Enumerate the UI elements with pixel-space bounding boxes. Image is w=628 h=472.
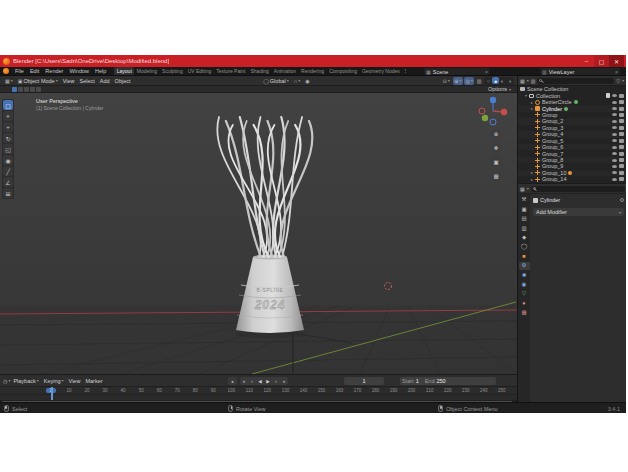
workspace-tab[interactable]: Sculpting bbox=[160, 67, 186, 75]
disable-in-renders-icon[interactable] bbox=[619, 139, 624, 143]
hide-in-viewport-icon[interactable] bbox=[612, 107, 617, 110]
shading-wireframe-button[interactable]: ○ bbox=[485, 77, 492, 84]
properties-tab[interactable]: ▥ bbox=[519, 224, 530, 232]
tool-button[interactable]: ⊞ bbox=[3, 188, 13, 198]
disable-in-renders-icon[interactable] bbox=[619, 145, 624, 149]
hide-in-viewport-icon[interactable] bbox=[612, 165, 617, 168]
scene-selector[interactable]: ▦ Scene × bbox=[424, 68, 490, 75]
playback-button[interactable]: › bbox=[272, 377, 280, 385]
disable-in-renders-icon[interactable] bbox=[619, 164, 624, 168]
playback-button[interactable]: ▶ bbox=[264, 377, 272, 385]
hide-in-viewport-icon[interactable] bbox=[612, 101, 617, 104]
tool-button[interactable]: ◉ bbox=[3, 155, 13, 165]
add-modifier-button[interactable]: Add Modifier ▾ bbox=[533, 208, 624, 216]
playback-button[interactable]: « bbox=[240, 377, 248, 385]
select-mode-button[interactable] bbox=[36, 87, 41, 92]
close-button[interactable]: ✕ bbox=[609, 55, 624, 67]
disable-in-renders-icon[interactable] bbox=[619, 119, 624, 123]
timeline-menu-item[interactable]: Keying▾ bbox=[42, 378, 66, 384]
select-mode-button[interactable] bbox=[30, 87, 35, 92]
workspace-tab[interactable]: Modeling bbox=[134, 67, 159, 75]
menu-item[interactable]: Edit bbox=[27, 68, 42, 74]
hide-in-viewport-icon[interactable] bbox=[612, 133, 617, 136]
3d-viewport[interactable]: B-SPLINE 2024 User Perspective (1) Scene… bbox=[0, 93, 517, 374]
workspace-tab[interactable]: Layout bbox=[114, 67, 134, 75]
workspace-tab[interactable]: Shading bbox=[248, 67, 271, 75]
properties-tab[interactable]: ✱ bbox=[519, 271, 530, 279]
pin-icon[interactable] bbox=[620, 198, 624, 202]
timeline-ruler[interactable]: 1102030405060708090100110120130140150160… bbox=[0, 387, 517, 395]
properties-tab[interactable]: ▤ bbox=[519, 215, 530, 223]
workspace-tab[interactable]: Compositing bbox=[327, 67, 360, 75]
trophy-object[interactable]: B-SPLINE 2024 bbox=[217, 117, 312, 338]
hide-in-viewport-icon[interactable] bbox=[612, 159, 617, 162]
viewport-menu-item[interactable]: Select bbox=[78, 78, 97, 84]
workspace-tab[interactable]: UV Editing bbox=[185, 67, 214, 75]
disable-in-renders-icon[interactable] bbox=[619, 100, 624, 104]
properties-tab[interactable]: ▽ bbox=[519, 290, 530, 298]
menu-item[interactable]: Help bbox=[92, 68, 109, 74]
outliner-item[interactable]: ▸ Group_14 bbox=[518, 176, 626, 182]
shading-material-button[interactable]: ◐ bbox=[499, 77, 506, 84]
disable-in-renders-icon[interactable] bbox=[619, 132, 624, 136]
workspace-tab[interactable]: Rendering bbox=[299, 67, 327, 75]
hide-in-viewport-icon[interactable] bbox=[612, 139, 617, 142]
options-dropdown[interactable]: Options ▾ bbox=[488, 86, 513, 92]
tool-button[interactable]: ⌖ bbox=[3, 111, 13, 121]
select-mode-button[interactable] bbox=[12, 87, 17, 92]
scene-clear-icon[interactable]: × bbox=[485, 69, 488, 75]
camera-view-icon[interactable]: ▣ bbox=[491, 157, 501, 167]
zoom-icon[interactable]: ⊕ bbox=[491, 129, 501, 139]
hide-in-viewport-icon[interactable] bbox=[612, 113, 617, 116]
minimize-button[interactable]: – bbox=[579, 55, 594, 67]
xray-toggle[interactable]: ▥ bbox=[475, 77, 483, 85]
proportional-edit-toggle[interactable]: ◉ bbox=[303, 78, 311, 84]
timeline-menu-item[interactable]: Playback▾ bbox=[11, 378, 40, 384]
timeline-editor-icon[interactable]: ◷ bbox=[3, 378, 7, 384]
disable-in-renders-icon[interactable] bbox=[619, 177, 624, 181]
hide-in-viewport-icon[interactable] bbox=[612, 152, 617, 155]
disable-in-renders-icon[interactable] bbox=[619, 158, 624, 162]
workspace-tab[interactable]: Geometry Nodes bbox=[359, 67, 402, 75]
maximize-button[interactable]: ▢ bbox=[594, 55, 609, 67]
disable-in-renders-icon[interactable] bbox=[619, 171, 624, 175]
view-layer-clear-icon[interactable]: × bbox=[615, 69, 618, 75]
filter-icon[interactable]: ▽ bbox=[616, 78, 620, 84]
select-mode-button[interactable] bbox=[18, 87, 23, 92]
disable-in-renders-icon[interactable] bbox=[619, 107, 624, 111]
hide-in-viewport-icon[interactable] bbox=[612, 146, 617, 149]
disable-in-renders-icon[interactable] bbox=[619, 113, 624, 117]
hide-in-viewport-icon[interactable] bbox=[612, 94, 617, 97]
collection-checkbox[interactable] bbox=[606, 93, 611, 98]
snap-toggle[interactable]: ∩ ▾ bbox=[292, 78, 303, 84]
shading-rendered-button[interactable]: ◑ bbox=[506, 77, 513, 84]
hide-in-viewport-icon[interactable] bbox=[612, 120, 617, 123]
outliner-search[interactable] bbox=[537, 78, 614, 84]
viewport-menu-item[interactable]: Add bbox=[98, 78, 112, 84]
mode-selector[interactable]: ▣ Object Mode ▾ bbox=[16, 78, 60, 84]
properties-tab[interactable]: ▦ bbox=[519, 309, 530, 317]
end-frame-field[interactable]: 250 bbox=[436, 378, 449, 384]
playhead[interactable] bbox=[51, 387, 53, 400]
properties-tab[interactable]: ◯ bbox=[519, 243, 530, 251]
outliner-editor-icon[interactable]: ▦ bbox=[520, 78, 525, 84]
timeline-menu-item[interactable]: Marker bbox=[83, 378, 104, 384]
select-mode-button[interactable] bbox=[24, 87, 29, 92]
disable-in-renders-icon[interactable] bbox=[619, 94, 624, 98]
properties-tab[interactable]: ⚒ bbox=[519, 196, 530, 204]
view-layer-selector[interactable]: ▥ ViewLayer × bbox=[540, 68, 620, 75]
disable-in-renders-icon[interactable] bbox=[619, 152, 624, 156]
ortho-toggle-icon[interactable]: ▦ bbox=[491, 171, 501, 181]
hide-in-viewport-icon[interactable] bbox=[612, 178, 617, 181]
properties-tab[interactable]: ▣ bbox=[519, 205, 530, 213]
workspace-tab[interactable]: Animation bbox=[271, 67, 298, 75]
tool-button[interactable]: ╱ bbox=[3, 166, 13, 176]
hide-in-viewport-icon[interactable] bbox=[612, 126, 617, 129]
properties-tab[interactable]: ■ bbox=[519, 252, 530, 260]
pan-hand-icon[interactable]: ✥ bbox=[491, 143, 501, 153]
hide-in-viewport-icon[interactable] bbox=[612, 171, 617, 174]
playback-button[interactable]: ‹ bbox=[248, 377, 256, 385]
properties-tab[interactable]: ⚙ bbox=[519, 262, 530, 270]
shading-solid-button[interactable]: ● bbox=[492, 77, 499, 84]
playback-button[interactable]: ◀ bbox=[256, 377, 264, 385]
